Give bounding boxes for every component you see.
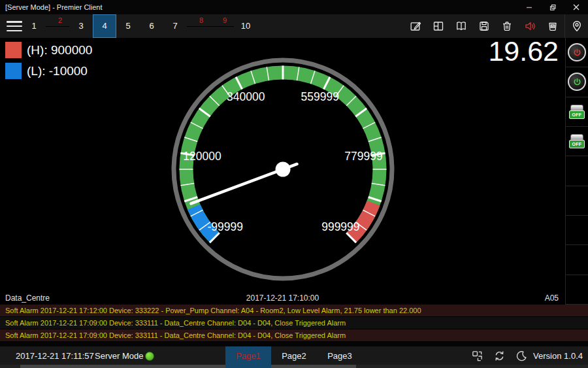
restore-button[interactable] [541,0,564,14]
channel-id: A05 [545,293,559,303]
low-threshold-swatch [5,63,22,79]
location-pin-icon [570,20,583,33]
edit-button[interactable] [404,14,427,38]
gauge-panel: (H): 900000 (L): -10000 19.62 -999991200… [0,38,565,305]
snapshot-bin-icon [546,20,559,33]
threshold-legend: (H): 900000 (L): -10000 [5,42,92,84]
power-icon [568,73,586,91]
speaker-icon [523,20,536,33]
alarm-row[interactable]: Soft Alarm 2017-12-21 17:09:00 Device: 3… [0,329,588,342]
statusbar-tab-page1[interactable]: Page1 [225,346,271,368]
sync-button[interactable] [493,350,506,362]
edit-icon [409,20,422,33]
moon-icon [515,350,528,362]
toolbar-tab-9[interactable]: 9 [210,14,234,27]
delete-button[interactable] [495,14,518,38]
sidebar-empty-cell [566,186,588,216]
restore-icon [549,4,557,11]
toolbar-tab-10[interactable]: 10 [234,14,257,38]
save-button[interactable] [472,14,495,38]
toggle-switch-1[interactable]: OFF [566,97,588,127]
toolbar: 12345678910 [0,14,588,38]
close-icon [573,4,580,10]
window-controls [517,0,588,14]
current-value-display: 19.62 [488,35,559,67]
layout-swap-button[interactable] [471,350,483,362]
status-bar: 2017-12-21 17:11:57 Server Mode Page1Pag… [0,346,588,368]
trash-icon [500,20,514,33]
power-button-red[interactable] [566,38,588,67]
control-sidebar: OFFOFF [565,38,588,305]
high-threshold-row: (H): 900000 [5,42,92,58]
toolbar-tab-8[interactable]: 8 [187,14,210,27]
minimize-button[interactable] [517,0,541,14]
close-button[interactable] [564,0,588,14]
toolbar-tab-2[interactable]: 2 [46,14,69,27]
svg-text:779999: 779999 [344,150,382,163]
high-threshold-swatch [5,42,22,58]
window-title: [Server Mode] - Premier Client [5,3,103,11]
sound-button[interactable] [518,14,541,38]
minimize-icon [526,4,532,10]
alarm-list: Soft Alarm 2017-12-21 17:12:00 Device: 3… [0,305,588,346]
status-bar-icons [471,346,528,365]
sidebar-empty-cell [566,216,588,245]
location-button[interactable] [565,14,588,38]
toolbar-tab-4[interactable]: 4 [93,14,116,38]
status-clock: 2017-12-21 17:11:57 [16,346,94,365]
toggle-switch-2[interactable]: OFF [566,127,588,156]
toolbar-tab-7[interactable]: 7 [163,14,187,38]
power-button-green[interactable] [566,67,588,97]
svg-text:999999: 999999 [321,220,359,233]
sidebar-empty-cell [566,156,588,186]
menu-button[interactable] [7,20,22,33]
power-icon [568,43,586,61]
toolbar-tab-3[interactable]: 3 [69,14,93,38]
toolbar-tab-1[interactable]: 1 [22,14,46,38]
title-bar: [Server Mode] - Premier Client [0,0,588,14]
page-tab-bar: 12345678910 [22,14,257,38]
sidebar-empty-cell [566,275,588,305]
sync-icon [493,350,506,362]
page-switcher: Page1Page2Page3 [225,346,363,368]
statusbar-tab-page2[interactable]: Page2 [271,346,317,368]
gauge-info-row: Data_Centre 2017-12-21 17:10:00 A05 [0,293,565,305]
rocker-switch-icon: OFF [569,134,585,148]
version-label: Version 1.0.4 [533,346,583,365]
high-threshold-label: (H): 900000 [27,43,92,58]
statusbar-tab-page3[interactable]: Page3 [317,346,363,368]
book-button[interactable] [449,14,472,38]
low-threshold-label: (L): -10000 [27,64,88,78]
svg-text:340000: 340000 [227,90,265,103]
save-icon [478,20,491,33]
snapshot-button[interactable] [541,14,564,38]
app-window: [Server Mode] - Premier Client 123456789… [0,0,588,368]
alarm-row[interactable]: Soft Alarm 2017-12-21 17:09:00 Device: 3… [0,317,588,329]
dashboard-button[interactable] [427,14,449,38]
toolbar-icons [404,14,564,38]
toolbar-tab-5[interactable]: 5 [116,14,140,38]
book-icon [455,20,468,33]
gauge: -99999120000340000559999779999999999 [165,52,400,287]
svg-text:-99999: -99999 [207,220,243,233]
svg-text:120000: 120000 [183,150,221,163]
mode-label: Server Mode [95,346,143,365]
content-area: (H): 900000 (L): -10000 19.62 -999991200… [0,38,588,305]
toolbar-tab-6[interactable]: 6 [140,14,163,38]
dashboard-icon [432,20,445,33]
reading-timestamp: 2017-12-21 17:10:00 [0,293,565,303]
night-mode-button[interactable] [515,350,528,362]
low-threshold-row: (L): -10000 [5,63,92,79]
svg-text:559999: 559999 [301,90,339,103]
rocker-switch-icon: OFF [569,105,585,119]
alarm-row[interactable]: Soft Alarm 2017-12-21 17:12:00 Device: 3… [0,305,588,317]
connection-status-indicator [145,352,154,361]
sidebar-empty-cell [566,245,588,275]
layout-swap-icon [471,350,483,362]
